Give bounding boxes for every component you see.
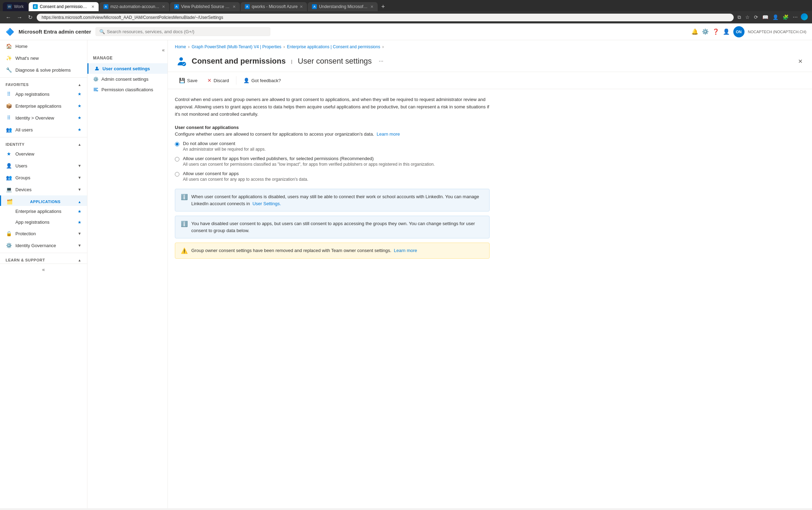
top-nav-icons: 🔔 ⚙️ ❓ 👤 ON NOCAPTECH (NOCAPTECH.CH) bbox=[691, 26, 806, 37]
panel-nav-permission-classifications[interactable]: Permission classifications bbox=[87, 84, 168, 95]
refresh-button[interactable]: ↻ bbox=[27, 13, 34, 21]
learn-more-link[interactable]: Learn more bbox=[377, 131, 400, 137]
sidebar-section-applications[interactable]: 🗂️ Applications ▲ bbox=[0, 195, 87, 206]
sidebar-collapse-button[interactable]: « bbox=[0, 264, 87, 275]
svg-point-0 bbox=[96, 67, 98, 69]
sidebar-item-enterprise-apps2[interactable]: Enterprise applications ★ bbox=[0, 206, 87, 217]
sidebar-item-app-registrations2[interactable]: App registrations ★ bbox=[0, 217, 87, 228]
app-name: Microsoft Entra admin center bbox=[19, 29, 91, 35]
radio-allow-all[interactable] bbox=[175, 172, 179, 177]
tab-close-qworks[interactable]: ✕ bbox=[300, 5, 303, 9]
panel-manage-title: Manage bbox=[87, 54, 168, 63]
panel-collapse-icon[interactable]: « bbox=[162, 47, 165, 53]
learn-chevron: ▲ bbox=[78, 258, 81, 262]
radio-verified[interactable] bbox=[175, 157, 179, 161]
diagnose-icon: 🔧 bbox=[6, 67, 12, 73]
sidebar-users-label: Users bbox=[15, 163, 27, 168]
sidebar-item-all-users[interactable]: 👥 All users ★ bbox=[0, 124, 87, 136]
breadcrumb-graph[interactable]: Graph PowerShell (Multi-Tenant) V4 | Pro… bbox=[192, 44, 282, 49]
sidebar-item-identity-overview[interactable]: ⠿ Identity > Overview ★ bbox=[0, 112, 87, 124]
applications-section-icon: 🗂️ bbox=[7, 199, 13, 204]
tab-mzz[interactable]: A mzz-automation-account-010... ✕ bbox=[99, 2, 169, 11]
panel-nav-admin-consent[interactable]: ⚙️ Admin consent settings bbox=[87, 74, 168, 84]
breadcrumb-enterprise[interactable]: Enterprise applications | Consent and pe… bbox=[287, 44, 380, 49]
tab-view[interactable]: A View Published Source - Micros... ✕ bbox=[170, 2, 240, 11]
tab-title-view: View Published Source - Micros... bbox=[181, 4, 230, 9]
tab-favicon-qworks: A bbox=[245, 4, 250, 9]
sidebar-item-devices[interactable]: 💻 Devices ▼ bbox=[0, 184, 87, 195]
tab-consent[interactable]: E Consent and permissions - Mic... ✕ bbox=[29, 2, 99, 11]
top-nav: 🔷 Microsoft Entra admin center 🔍 🔔 ⚙️ ❓ … bbox=[0, 23, 812, 40]
back-button[interactable]: ← bbox=[4, 14, 13, 21]
feedback-button[interactable]: 👤 Got feedback? bbox=[239, 76, 285, 85]
extensions-icon[interactable]: 🧩 bbox=[782, 13, 790, 21]
page-title-separator: | bbox=[290, 59, 294, 64]
sidebar-item-home[interactable]: 🏠 Home bbox=[0, 40, 87, 52]
sidebar-item-groups[interactable]: 👥 Groups ▼ bbox=[0, 172, 87, 184]
team-consent-learn-more-link[interactable]: Learn more bbox=[394, 248, 417, 253]
search-input[interactable] bbox=[107, 29, 266, 34]
breadcrumb-home[interactable]: Home bbox=[175, 44, 186, 49]
new-tab-button[interactable]: + bbox=[378, 3, 388, 10]
tab-favicon-understanding: A bbox=[312, 4, 317, 9]
radio-label-no-consent: Do not allow user consent An administrat… bbox=[183, 141, 266, 152]
discard-button[interactable]: ✕ Discard bbox=[203, 76, 233, 85]
settings-icon[interactable]: ⋯ bbox=[792, 13, 799, 21]
sidebar-groups-label: Groups bbox=[15, 175, 30, 180]
edge-logo bbox=[801, 13, 808, 20]
save-button[interactable]: 💾 Save bbox=[175, 76, 202, 85]
address-bar[interactable] bbox=[37, 14, 734, 21]
search-bar[interactable]: 🔍 bbox=[95, 27, 270, 36]
sidebar-item-whats-new[interactable]: ✨ What's new bbox=[0, 52, 87, 64]
app-layout: 🔷 Microsoft Entra admin center 🔍 🔔 ⚙️ ❓ … bbox=[0, 23, 812, 508]
tab-close-view[interactable]: ✕ bbox=[233, 5, 236, 9]
forward-button[interactable]: → bbox=[15, 14, 24, 21]
sidebar-item-identity-governance[interactable]: ⚙️ Identity Governance ▼ bbox=[0, 239, 87, 251]
sidebar-section-favorites[interactable]: Favorites ▲ bbox=[0, 79, 87, 88]
close-button[interactable]: ✕ bbox=[795, 56, 805, 66]
applications-chevron: ▲ bbox=[78, 200, 81, 204]
sidebar-section-learn[interactable]: Learn & support ▲ bbox=[0, 254, 87, 264]
browser-tabs: W Work E Consent and permissions - Mic..… bbox=[0, 0, 812, 11]
tab-understanding[interactable]: A Understanding Microsoft Entra... ✕ bbox=[308, 2, 378, 11]
favorites-icon[interactable]: ☆ bbox=[744, 13, 751, 21]
notifications-icon[interactable]: 🔔 bbox=[691, 28, 698, 35]
radio-no-consent[interactable] bbox=[175, 142, 179, 146]
sidebar-section-identity[interactable]: Identity ▲ bbox=[0, 139, 87, 148]
tab-close-understanding[interactable]: ✕ bbox=[370, 5, 373, 9]
user-avatar[interactable]: ON bbox=[733, 26, 745, 37]
tab-close-mzz[interactable]: ✕ bbox=[162, 5, 165, 9]
profile-icon[interactable]: 👤 bbox=[771, 13, 779, 21]
svg-point-5 bbox=[179, 57, 183, 61]
info-linkedin-text: When user consent for applications is di… bbox=[191, 194, 479, 206]
user-consent-subtitle-text: Configure whether users are allowed to c… bbox=[175, 131, 374, 137]
split-screen-icon[interactable]: ⧉ bbox=[736, 13, 742, 21]
sidebar-divider-1 bbox=[0, 77, 87, 78]
help-icon[interactable]: ❓ bbox=[712, 28, 719, 35]
sidebar-item-protection[interactable]: 🔒 Protection ▼ bbox=[0, 228, 87, 239]
sidebar-item-users[interactable]: 👤 Users ▼ bbox=[0, 160, 87, 172]
sidebar-item-app-registrations[interactable]: ⠿ App registrations ★ bbox=[0, 88, 87, 100]
admin-consent-nav-icon: ⚙️ bbox=[93, 76, 99, 82]
user-settings-link[interactable]: User Settings. bbox=[252, 201, 281, 206]
content-body: Control when end users and group owners … bbox=[168, 89, 812, 270]
tab-qworks[interactable]: A qworks - Microsoft Azure ✕ bbox=[241, 2, 307, 11]
breadcrumb-sep-3: › bbox=[382, 44, 384, 49]
settings-nav-icon[interactable]: ⚙️ bbox=[702, 28, 709, 35]
browser-refresh-icon[interactable]: ⟳ bbox=[753, 13, 759, 21]
page-title: Consent and permissions bbox=[192, 57, 286, 66]
sidebar-item-enterprise-apps[interactable]: 📦 Enterprise applications ★ bbox=[0, 100, 87, 112]
tab-work[interactable]: W Work bbox=[3, 2, 28, 11]
sidebar-item-overview[interactable]: ★ Overview bbox=[0, 148, 87, 160]
sidebar-item-diagnose[interactable]: 🔧 Diagnose & solve problems bbox=[0, 64, 87, 76]
page-header-menu-icon[interactable]: ··· bbox=[379, 58, 383, 64]
panel-nav-user-consent[interactable]: User consent settings bbox=[87, 63, 168, 74]
user-icon[interactable]: 👤 bbox=[723, 28, 730, 35]
search-icon: 🔍 bbox=[99, 29, 105, 34]
discard-label: Discard bbox=[214, 78, 229, 83]
read-mode-icon[interactable]: 📖 bbox=[761, 13, 769, 21]
tab-close-consent[interactable]: ✕ bbox=[91, 5, 94, 9]
user-consent-nav-icon bbox=[94, 66, 100, 71]
radio-option-verified: Allow user consent for apps from verifie… bbox=[175, 156, 805, 167]
svg-rect-2 bbox=[94, 89, 97, 90]
